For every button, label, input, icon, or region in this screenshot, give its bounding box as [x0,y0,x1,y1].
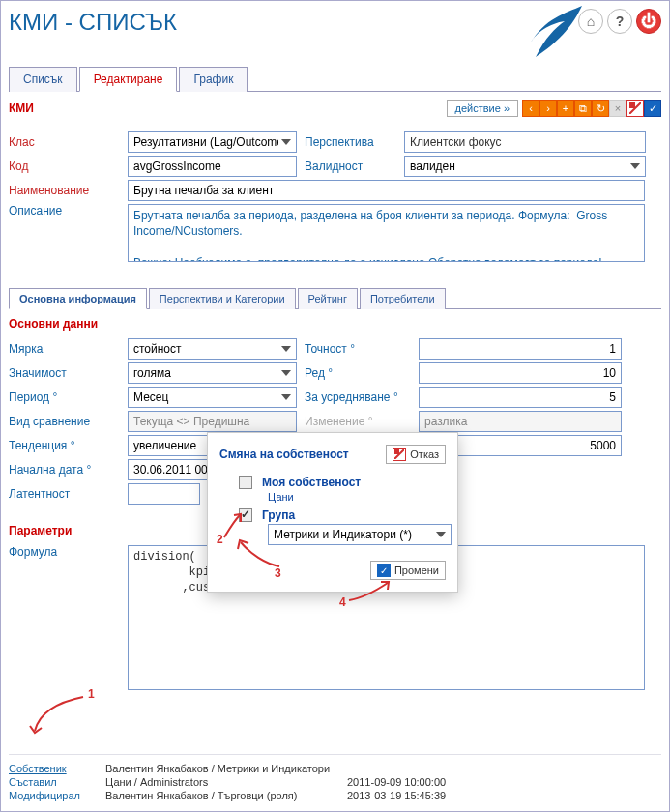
svg-rect-0 [629,102,635,108]
group-checkbox[interactable] [239,508,252,522]
order-input[interactable] [419,362,622,384]
basic-heading: Основни данни [9,317,661,331]
tab-chart[interactable]: График [179,67,248,92]
trend-label: Тенденция ° [9,439,120,452]
tab-edit[interactable]: Редактиране [79,67,178,92]
apply-check-icon: ✓ [377,564,391,577]
group-label: Група [262,508,295,522]
add-icon[interactable]: + [557,100,574,117]
help-button[interactable]: ? [607,9,632,34]
precision-label: Точност ° [305,342,411,356]
signif-label: Значимост [9,366,120,380]
apply-label: Промени [394,565,439,576]
latency-input[interactable] [128,483,200,505]
nav-next-icon[interactable]: › [539,100,557,117]
subtab-users[interactable]: Потребители [360,288,446,309]
created-label: Съставил [9,776,105,788]
dialog-title: Смяна на собственост [219,448,349,461]
cancel-label: Отказ [410,449,439,460]
signif-select[interactable]: голяма [128,362,297,384]
desc-textarea[interactable] [128,204,645,262]
validity-select[interactable]: валиден [404,156,646,177]
power-button[interactable]: ⏻ [636,9,661,34]
class-select[interactable]: Резултативни (Lag/Outcome) [128,131,297,153]
measure-select[interactable]: стойност [128,338,297,360]
nav-prev-icon[interactable]: ‹ [522,100,539,117]
owner-value: Валентин Янкабаков / Метрики и Индикатор… [105,763,330,774]
created-date: 2011-09-09 10:00:00 [347,776,446,788]
cancel-icon [393,448,406,461]
close-icon[interactable]: × [609,100,626,117]
period-label: Период ° [9,391,120,404]
desc-label: Описание [9,204,120,218]
subtab-rating[interactable]: Рейтинг [298,288,358,309]
validity-label: Валидност [305,160,396,173]
my-ownership-checkbox[interactable] [239,476,252,489]
modified-value: Валентин Янкабаков / Търговци (роля) [105,790,347,801]
copy-icon[interactable]: ⧉ [574,100,592,117]
perspective-field[interactable]: Клиентски фокус [404,131,646,153]
precision-input[interactable] [419,338,622,360]
group-select[interactable]: Метрики и Индикатори (*) [268,524,452,545]
dialog-apply-button[interactable]: ✓ Промени [370,561,446,580]
subtabs: Основна информация Перспективи и Категор… [9,287,661,309]
section-header: КМИ действие » ‹ › + ⧉ ↻ × ✓ [9,100,661,117]
latency-label: Латентност [9,487,120,501]
modified-date: 2013-03-19 15:45:39 [347,790,446,801]
tsani-label: Цани [268,491,446,503]
refresh-icon[interactable]: ↻ [592,100,609,117]
dialog-cancel-button[interactable]: Отказ [386,445,446,464]
svg-rect-1 [394,450,399,454]
code-label: Код [9,160,120,173]
measure-label: Мярка [9,342,120,356]
formula-label: Формула [9,545,120,559]
name-input[interactable] [128,180,645,201]
change-label: Изменение ° [305,415,411,428]
modified-label: Модифицирал [9,790,105,801]
logo-bird [497,4,584,62]
perspective-label: Перспектива [305,135,396,149]
page-title: КМИ - СПИСЪК [9,9,177,36]
change-input [419,411,622,432]
order-label: Ред ° [305,366,411,380]
action-dropdown[interactable]: действие » [447,100,519,117]
footer: Собственик Валентин Янкабаков / Метрики … [9,754,661,803]
name-label: Наименование [9,184,120,197]
cmp-select[interactable]: Текуща <> Предишна [128,411,297,432]
save-icon[interactable]: ✓ [644,100,661,117]
subtab-main[interactable]: Основна информация [9,288,147,309]
owner-label-link[interactable]: Собственик [9,763,105,774]
form-top: Клас Резултативни (Lag/Outcome) Перспект… [9,125,661,276]
period-select[interactable]: Месец [128,387,297,408]
toolbar: действие » ‹ › + ⧉ ↻ × ✓ [447,100,662,117]
avg-label: За усредняване ° [305,391,411,404]
section-title: КМИ [9,102,34,115]
my-ownership-label: Моя собственост [262,476,361,489]
tab-list[interactable]: Списък [9,67,77,92]
start-label: Начална дата ° [9,463,120,477]
cmp-label: Вид сравнение [9,415,120,428]
created-value: Цани / Administrators [105,776,347,788]
discard-glyph [629,102,641,114]
avg-input[interactable] [419,387,622,408]
discard-icon[interactable] [626,100,644,117]
header-icons: ⌂ ? ⏻ [578,9,661,34]
class-label: Клас [9,135,120,149]
main-tabs: Списък Редактиране График [9,66,661,92]
subtab-perspectives[interactable]: Перспективи и Категории [149,288,296,309]
ownership-dialog: Смяна на собственост Отказ Моя собствено… [207,432,458,593]
code-input[interactable] [128,156,297,177]
page-header: КМИ - СПИСЪК ⌂ ? ⏻ [9,9,661,62]
